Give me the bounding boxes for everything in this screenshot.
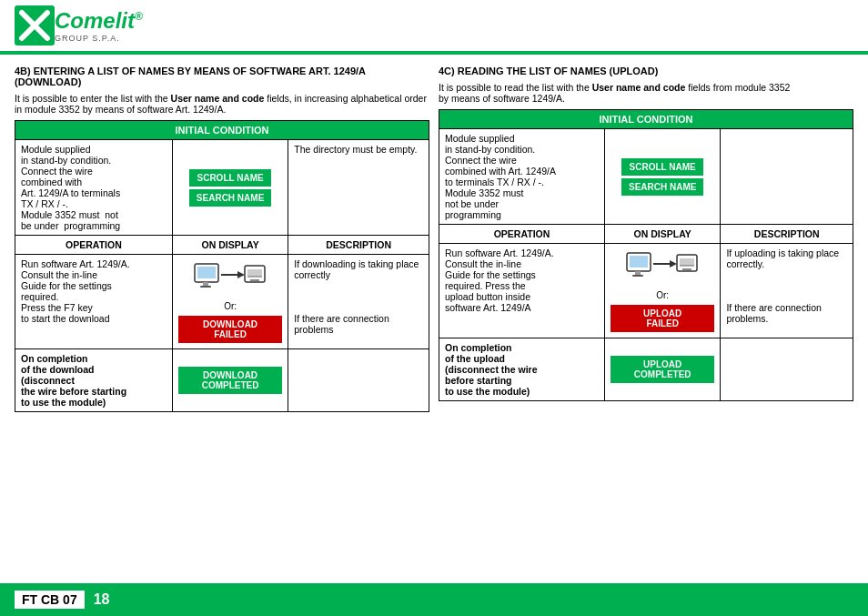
left-section-desc: It is possible to enter the list with th…	[15, 93, 429, 115]
right-initial-condition-header-row: INITIAL CONDITION	[439, 110, 853, 129]
right-completion-desc	[721, 338, 853, 401]
logo-text: Comelit® GROUP S.P.A.	[55, 8, 143, 43]
right-computer-arrow-icon	[626, 251, 699, 284]
right-section-desc: It is possible to read the list with the…	[439, 82, 853, 104]
left-download-failed-button: DOWNLOADFAILED	[178, 316, 282, 343]
right-or-text: Or:	[611, 288, 714, 303]
left-col-on-display: ON DISPLAY	[172, 236, 288, 255]
left-scroll-name-button: SCROLL NAME	[189, 169, 271, 187]
right-computer-icon-area	[611, 247, 714, 288]
right-op1-text: Run software Art. 1249/A.Consult the in-…	[439, 244, 605, 338]
left-table: INITIAL CONDITION Module suppliedin stan…	[15, 120, 429, 412]
left-completion-text: On completionof the download(disconnectt…	[15, 349, 173, 412]
left-operation-row-1: Run software Art. 1249/A.Consult the in-…	[15, 255, 429, 349]
left-col-headers-row: OPERATION ON DISPLAY DESCRIPTION	[15, 236, 429, 255]
svg-rect-12	[250, 279, 259, 281]
right-col-on-display: ON DISPLAY	[605, 225, 721, 244]
left-initial-condition-row: Module suppliedin stand-by condition.Con…	[15, 140, 429, 236]
svg-rect-4	[197, 267, 216, 278]
left-completion-desc	[288, 349, 429, 412]
left-section: 4B) ENTERING A LIST OF NAMES BY MEANS OF…	[15, 66, 429, 412]
svg-marker-18	[670, 260, 677, 268]
left-initial-condition-header-row: INITIAL CONDITION	[15, 121, 429, 140]
left-col-description: DESCRIPTION	[288, 236, 429, 255]
page-header: Comelit® GROUP S.P.A.	[0, 0, 868, 55]
svg-rect-22	[682, 268, 691, 270]
svg-rect-10	[247, 269, 262, 277]
right-search-name-button: SEARCH NAME	[621, 178, 703, 196]
svg-rect-16	[632, 275, 643, 277]
left-or-text: Or:	[178, 298, 282, 314]
left-initial-left-text: Module suppliedin stand-by condition.Con…	[15, 140, 173, 236]
left-section-title: 4B) ENTERING A LIST OF NAMES BY MEANS OF…	[15, 66, 429, 87]
right-scroll-name-button: SCROLL NAME	[621, 158, 703, 176]
left-search-name-button: SEARCH NAME	[189, 189, 271, 207]
left-completion-row: On completionof the download(disconnectt…	[15, 349, 429, 412]
left-op1-display: Or: DOWNLOADFAILED	[172, 255, 288, 349]
svg-marker-8	[237, 271, 245, 278]
right-table: INITIAL CONDITION Module suppliedin stan…	[439, 109, 853, 401]
right-initial-right-text	[721, 129, 853, 225]
logo: Comelit® GROUP S.P.A.	[15, 5, 143, 45]
left-op1-text: Run software Art. 1249/A.Consult the in-…	[15, 255, 173, 349]
svg-rect-20	[680, 258, 694, 266]
right-initial-condition-header: INITIAL CONDITION	[439, 110, 853, 129]
svg-rect-5	[203, 282, 208, 286]
left-initial-button-cell: SCROLL NAME SEARCH NAME	[172, 140, 288, 236]
svg-rect-6	[200, 286, 211, 288]
right-op1-desc: If uploading is taking place correctly. …	[721, 244, 853, 338]
logo-brand: Comelit®	[55, 8, 143, 34]
left-computer-icon-area	[178, 258, 282, 298]
right-completion-row: On completionof the upload(disconnect th…	[439, 338, 853, 401]
left-initial-right-text: The directory must be empty.	[288, 140, 429, 236]
right-col-description: DESCRIPTION	[721, 225, 853, 244]
main-content: 4B) ENTERING A LIST OF NAMES BY MEANS OF…	[0, 55, 868, 423]
footer-page: 18	[94, 591, 110, 608]
svg-rect-14	[630, 256, 648, 268]
page-footer: FT CB 07 18	[0, 583, 868, 616]
right-upload-completed-button: UPLOADCOMPLETED	[611, 356, 714, 383]
footer-label: FT CB 07	[15, 591, 85, 609]
left-completion-display: DOWNLOADCOMPLETED	[172, 349, 288, 412]
right-operation-row-1: Run software Art. 1249/A.Consult the in-…	[439, 244, 853, 338]
left-download-completed-button: DOWNLOADCOMPLETED	[178, 367, 282, 394]
logo-icon	[15, 5, 55, 45]
right-op1-display: Or: UPLOADFAILED	[605, 244, 721, 338]
right-upload-failed-button: UPLOADFAILED	[611, 305, 714, 332]
left-computer-arrow-icon	[194, 262, 267, 295]
right-completion-text: On completionof the upload(disconnect th…	[439, 338, 605, 401]
right-section-title: 4C) READING THE LIST OF NAMES (UPLOAD)	[439, 66, 853, 76]
right-initial-left-text: Module suppliedin stand-by condition.Con…	[439, 129, 605, 225]
left-initial-condition-header: INITIAL CONDITION	[15, 121, 429, 140]
right-initial-condition-row: Module suppliedin stand-by condition.Con…	[439, 129, 853, 225]
left-col-operation: OPERATION	[15, 236, 173, 255]
svg-rect-15	[635, 271, 641, 275]
right-col-headers-row: OPERATION ON DISPLAY DESCRIPTION	[439, 225, 853, 244]
right-section: 4C) READING THE LIST OF NAMES (UPLOAD) I…	[439, 66, 853, 412]
right-completion-display: UPLOADCOMPLETED	[605, 338, 721, 401]
left-op1-desc: If downloading is taking place correctly…	[288, 255, 429, 349]
right-initial-button-cell: SCROLL NAME SEARCH NAME	[605, 129, 721, 225]
right-col-operation: OPERATION	[439, 225, 605, 244]
logo-subtitle: GROUP S.P.A.	[55, 34, 143, 43]
